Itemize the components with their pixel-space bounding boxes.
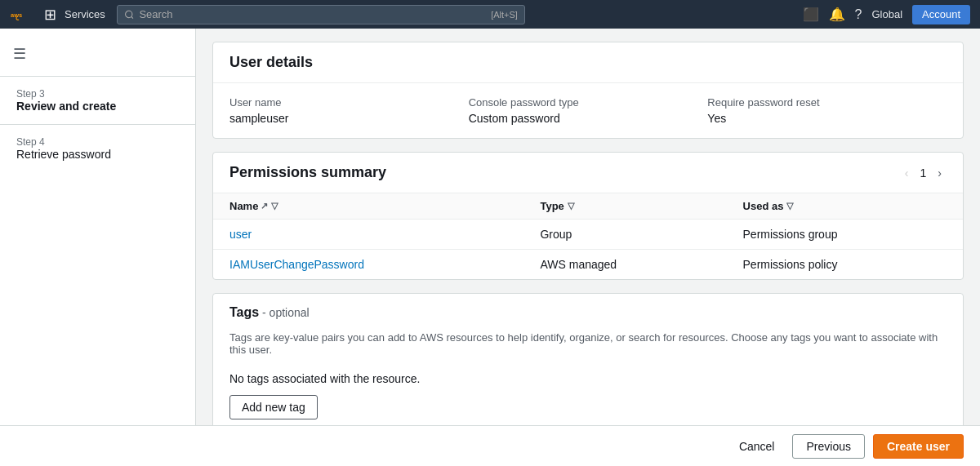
table-row: IAMUserChangePasswordAWS managedPermissi… <box>213 250 963 280</box>
step3-title: Review and create <box>16 100 179 113</box>
require-reset-label: Require password reset <box>707 96 947 109</box>
region-selector[interactable]: Global <box>871 8 902 20</box>
console-password-value: Custom password <box>469 112 708 125</box>
search-icon <box>124 9 135 20</box>
search-shortcut: [Alt+S] <box>491 10 518 20</box>
search-bar[interactable]: [Alt+S] <box>117 5 525 24</box>
username-value: sampleuser <box>229 112 469 125</box>
svg-point-1 <box>125 11 131 17</box>
user-details-body: User name sampleuser Console password ty… <box>213 83 963 138</box>
pagination: ‹ 1 › <box>900 165 947 181</box>
require-reset-cell: Require password reset Yes <box>707 96 947 125</box>
user-details-header: User details <box>213 42 963 83</box>
services-label[interactable]: Services <box>65 8 105 20</box>
svg-line-2 <box>131 16 133 18</box>
external-link-icon: ↗ <box>261 201 268 211</box>
username-cell: User name sampleuser <box>229 96 469 125</box>
svg-text:aws: aws <box>11 11 22 19</box>
user-details-title: User details <box>229 54 947 71</box>
perm-type-cell: AWS managed <box>523 250 726 280</box>
user-account-button[interactable]: Account <box>912 5 970 24</box>
col-name: Name ↗ ▽ <box>213 193 523 220</box>
user-details-card: User details User name sampleuser Consol… <box>212 42 964 139</box>
col-used-as-sort-icon[interactable]: ▽ <box>786 201 793 211</box>
add-new-tag-button[interactable]: Add new tag <box>229 395 318 419</box>
pagination-next-btn[interactable]: › <box>933 165 947 181</box>
nav-right: ⬛ 🔔 ? Global Account <box>803 5 970 24</box>
sidebar-divider <box>0 76 195 77</box>
col-used-as-label: Used as <box>743 200 784 212</box>
app-layout: ☰ Step 3 Review and create Step 4 Retrie… <box>0 29 980 466</box>
permissions-table: Name ↗ ▽ Type ▽ <box>213 193 963 279</box>
cloud-shell-icon[interactable]: ⬛ <box>803 7 819 22</box>
sidebar-menu-icon[interactable]: ☰ <box>0 38 195 69</box>
footer-bar: Cancel Previous Create user <box>0 425 980 466</box>
console-password-label: Console password type <box>469 96 708 109</box>
perm-name-cell: user <box>213 220 523 250</box>
perm-name-cell: IAMUserChangePassword <box>213 250 523 280</box>
grid-icon[interactable]: ⊞ <box>44 6 56 24</box>
table-header-row: Name ↗ ▽ Type ▽ <box>213 193 963 220</box>
create-user-button[interactable]: Create user <box>873 434 964 459</box>
permissions-card: Permissions summary ‹ 1 › Name ↗ ▽ <box>212 152 964 280</box>
table-row: userGroupPermissions group <box>213 220 963 250</box>
perm-type-cell: Group <box>523 220 726 250</box>
step4-title: Retrieve password <box>16 148 179 161</box>
help-icon[interactable]: ? <box>855 7 862 22</box>
tags-no-items: No tags associated with the resource. <box>213 366 963 395</box>
col-type-label: Type <box>540 200 564 212</box>
tags-description: Tags are key-value pairs you can add to … <box>213 331 963 366</box>
tags-header: Tags - optional <box>213 294 963 331</box>
main-content: User details User name sampleuser Consol… <box>196 29 980 466</box>
previous-button[interactable]: Previous <box>792 434 864 459</box>
col-type: Type ▽ <box>523 193 726 220</box>
permissions-title: Permissions summary <box>229 164 386 181</box>
permissions-header: Permissions summary ‹ 1 › <box>213 153 963 193</box>
col-name-label: Name <box>229 200 258 212</box>
perm-used-as-cell: Permissions policy <box>727 250 963 280</box>
pagination-prev-btn[interactable]: ‹ <box>900 165 914 181</box>
require-reset-value: Yes <box>707 112 947 125</box>
top-navigation: aws ⊞ Services [Alt+S] ⬛ 🔔 ? Global Acco… <box>0 0 980 29</box>
tags-optional: - optional <box>262 306 310 319</box>
col-used-as: Used as ▽ <box>727 193 963 220</box>
console-password-cell: Console password type Custom password <box>469 96 708 125</box>
sidebar-step4: Step 4 Retrieve password <box>0 131 195 166</box>
aws-logo[interactable]: aws <box>10 7 36 23</box>
perm-name-link[interactable]: IAMUserChangePassword <box>229 258 364 271</box>
bell-icon[interactable]: 🔔 <box>829 7 845 22</box>
perm-used-as-cell: Permissions group <box>727 220 963 250</box>
tags-title: Tags <box>229 305 259 319</box>
username-label: User name <box>229 96 469 109</box>
cancel-button[interactable]: Cancel <box>729 435 785 458</box>
sidebar-step3: Step 3 Review and create <box>0 83 195 118</box>
search-input[interactable] <box>139 8 491 20</box>
step3-label: Step 3 <box>16 88 179 100</box>
col-type-sort-icon[interactable]: ▽ <box>568 201 574 211</box>
step4-label: Step 4 <box>16 136 179 148</box>
perm-name-link[interactable]: user <box>229 228 252 241</box>
col-name-sort-icon[interactable]: ▽ <box>271 201 278 211</box>
sidebar-divider-2 <box>0 124 195 125</box>
page-number: 1 <box>920 166 927 180</box>
user-details-grid: User name sampleuser Console password ty… <box>213 83 963 138</box>
sidebar: ☰ Step 3 Review and create Step 4 Retrie… <box>0 29 196 466</box>
